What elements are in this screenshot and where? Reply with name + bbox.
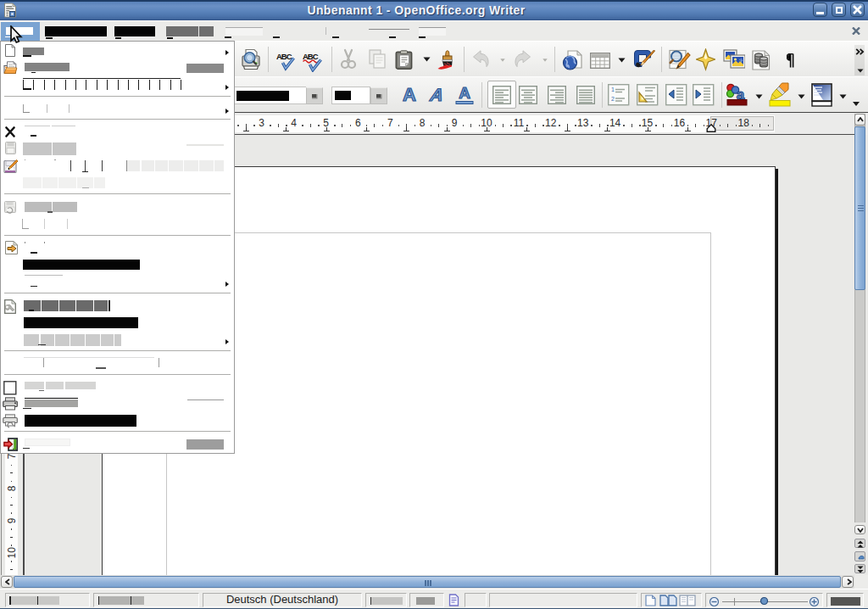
svg-text:A: A (428, 85, 444, 104)
svg-text:1: 1 (611, 87, 615, 92)
svg-text:A: A (459, 84, 470, 102)
svg-text:ABC: ABC (303, 52, 319, 61)
svg-text:ABC: ABC (276, 52, 292, 61)
svg-text:A: A (403, 85, 416, 105)
svg-text:2: 2 (611, 96, 615, 102)
